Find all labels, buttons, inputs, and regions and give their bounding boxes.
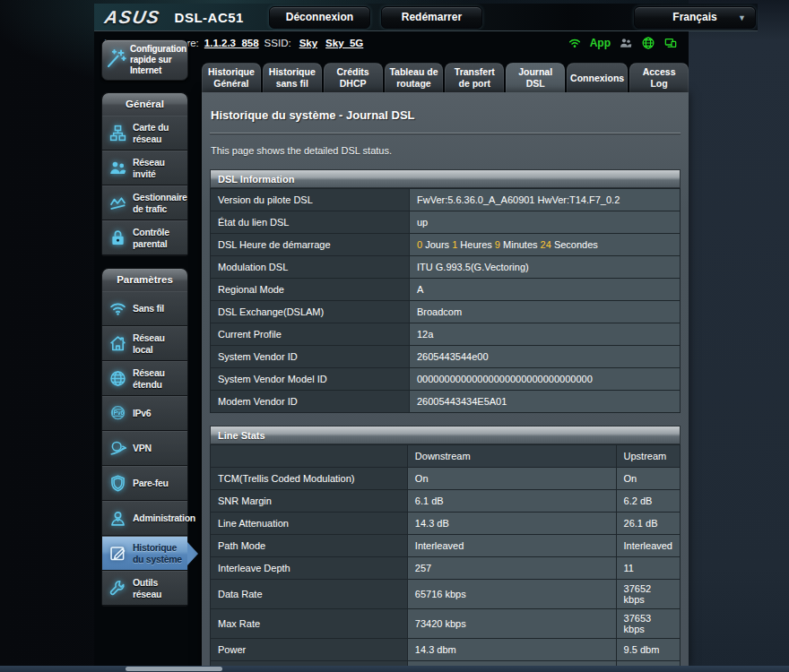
content-panel: Historique du système - Journal DSL This… xyxy=(202,92,689,668)
upstream-value: 11 xyxy=(616,557,680,580)
sidebar-item-controle-parental[interactable]: Contrôle parental xyxy=(102,220,187,255)
sidebar-item-label: Contrôle parental xyxy=(133,227,186,249)
sidebar-item-label: Gestionnaire de trafic xyxy=(133,192,187,214)
internet-status-icon[interactable] xyxy=(641,36,655,50)
row-value: FwVer:5.6.36.0_A_A60901 HwVer:T14.F7_0.2 xyxy=(410,189,681,211)
tab-connexions[interactable]: Connexions xyxy=(567,63,628,92)
downstream-value: 257 xyxy=(407,557,616,580)
language-dropdown[interactable]: Français ▼ xyxy=(634,6,756,29)
table-row: Interleave Depth25711 xyxy=(211,557,681,580)
uptime-part: Heures xyxy=(457,239,495,250)
wireless-icon xyxy=(107,299,128,318)
top-header: ASUS DSL-AC51 Déconnexion Redémarrer Fra… xyxy=(94,4,758,30)
router-model: DSL-AC51 xyxy=(175,10,244,25)
svg-text:IPv6: IPv6 xyxy=(111,409,124,416)
table-row: TCM(Trellis Coded Modulation)OnOn xyxy=(211,468,681,490)
background-right xyxy=(689,0,789,668)
row-value: 0 Jours 1 Heures 9 Minutes 24 Secondes xyxy=(410,234,681,256)
sidebar-item-label: Carte du réseau xyxy=(133,122,186,144)
wifi-status-icon[interactable] xyxy=(568,36,582,50)
downstream-value: 6.1 dB xyxy=(407,490,616,513)
sidebar-item-historique-du-systeme[interactable]: Historique du système xyxy=(102,536,187,571)
tab-access-log[interactable]: Access Log xyxy=(629,63,689,92)
parental-control-icon xyxy=(107,228,128,247)
status-icons: App xyxy=(568,36,689,50)
app-label[interactable]: App xyxy=(590,37,611,49)
sidebar-item-sans-fil[interactable]: Sans fil xyxy=(102,291,187,326)
table-row: DSL Heure de démarrage0 Jours 1 Heures 9… xyxy=(211,234,681,256)
network-tools-icon xyxy=(107,579,128,598)
tab-bar: Historique GénéralHistorique sans filCré… xyxy=(202,63,689,92)
row-label: System Vendor Model ID xyxy=(211,368,410,391)
table-row: Modulation DSLITU G.993.5(G.Vectoring) xyxy=(211,256,681,279)
upstream-value: 6.2 dB xyxy=(616,490,680,513)
logout-button[interactable]: Déconnexion xyxy=(269,6,370,29)
row-label: Interleave Depth xyxy=(211,557,408,580)
title-divider xyxy=(210,133,681,134)
sidebar-item-reseau-etendu[interactable]: Réseau étendu xyxy=(102,361,187,396)
upstream-value: 37652 kbps xyxy=(616,580,680,609)
downstream-value: On xyxy=(407,468,616,490)
sidebar-item-outils-reseau[interactable]: Outils réseau xyxy=(102,571,187,606)
sidebar-item-label: Réseau local xyxy=(133,332,186,355)
sidebar-item-ipv6[interactable]: IPv6IPv6 xyxy=(102,396,187,431)
tab-tableau-de-routage[interactable]: Tableau de routage xyxy=(385,63,444,92)
reboot-button[interactable]: Redémarrer xyxy=(381,6,482,29)
ssid-link-sky[interactable]: Sky xyxy=(299,38,317,48)
devices-icon[interactable] xyxy=(663,36,678,50)
table-row: Current Profile12a xyxy=(211,323,681,346)
row-label: Current Profile xyxy=(211,323,410,346)
tab-transfert-de-port[interactable]: Transfert de port xyxy=(445,63,504,92)
row-label: TCM(Trellis Coded Modulation) xyxy=(211,468,408,490)
sidebar-section-title: Général xyxy=(102,93,187,116)
sidebar-item-label: Réseau invité xyxy=(133,157,186,179)
quick-setup-button[interactable]: Configuration rapide sur Internet xyxy=(101,39,188,81)
tab-credits-dhcp[interactable]: Crédits DHCP xyxy=(324,63,383,92)
uptime-part: Minutes xyxy=(500,239,541,250)
sidebar-item-label: Pare-feu xyxy=(133,478,169,488)
uptime-part: 24 xyxy=(541,239,551,250)
scrollbar-thumb[interactable] xyxy=(126,667,222,671)
uptime-part: Secondes xyxy=(551,239,598,250)
row-value: Broadcom xyxy=(410,301,681,323)
quick-setup-label: Configuration rapide sur Internet xyxy=(130,44,186,75)
sidebar-item-label: IPv6 xyxy=(133,408,151,418)
sidebar-item-pare-feu[interactable]: Pare-feu xyxy=(102,466,187,501)
column-header-upstream: Upstream xyxy=(616,445,680,468)
language-label: Français xyxy=(672,11,716,23)
sidebar-item-administration[interactable]: Administration xyxy=(102,501,187,536)
sidebar-item-label: Outils réseau xyxy=(133,577,186,599)
row-label: Modulation DSL xyxy=(211,256,410,279)
sidebar-item-carte-du-reseau[interactable]: Carte du réseau xyxy=(102,116,187,151)
sidebar: Configuration rapide sur Internet Généra… xyxy=(101,39,188,618)
ssid-link-sky-5g[interactable]: Sky_5G xyxy=(325,38,363,48)
sidebar-item-label: VPN xyxy=(133,443,152,453)
tab-historique-general[interactable]: Historique Général xyxy=(202,63,261,92)
system-log-icon xyxy=(107,544,128,563)
horizontal-scrollbar[interactable] xyxy=(0,666,789,672)
sidebar-item-reseau-local[interactable]: Réseau local xyxy=(102,326,187,361)
upstream-value: 26.1 dB xyxy=(616,513,680,535)
sidebar-item-label: Administration xyxy=(133,513,195,523)
row-label: SNR Margin xyxy=(211,490,408,513)
clients-icon[interactable] xyxy=(619,36,633,50)
magic-wand-icon xyxy=(105,47,126,73)
table-row: Line Attenuation14.3 dB26.1 dB xyxy=(211,513,681,535)
row-value: 2605443544e00 xyxy=(410,346,681,368)
sidebar-item-label: Historique du système xyxy=(133,542,186,564)
firmware-version-link[interactable]: 1.1.2.3_858 xyxy=(204,38,259,48)
wan-icon xyxy=(107,369,128,388)
tab-journal-dsl[interactable]: Journal DSL xyxy=(506,63,565,92)
sidebar-item-vpn[interactable]: VPN xyxy=(102,431,187,466)
corner-cell xyxy=(211,445,408,468)
row-value: 00000000000000000000000000000000 xyxy=(410,368,681,391)
row-label: DSL Heure de démarrage xyxy=(211,234,410,256)
row-value: 26005443434E5A01 xyxy=(410,391,681,413)
sidebar-item-reseau-invite[interactable]: Réseau invité xyxy=(102,151,187,185)
chevron-down-icon: ▼ xyxy=(738,13,746,22)
tab-historique-sans-fil[interactable]: Historique sans fil xyxy=(263,63,322,92)
dsl-info-table: Version du pilote DSLFwVer:5.6.36.0_A_A6… xyxy=(210,188,681,413)
sidebar-item-gestionnaire-de-trafic[interactable]: Gestionnaire de trafic xyxy=(102,185,187,220)
ssid-label: SSID: xyxy=(264,38,291,48)
downstream-value: 14.3 dbm xyxy=(407,639,616,661)
